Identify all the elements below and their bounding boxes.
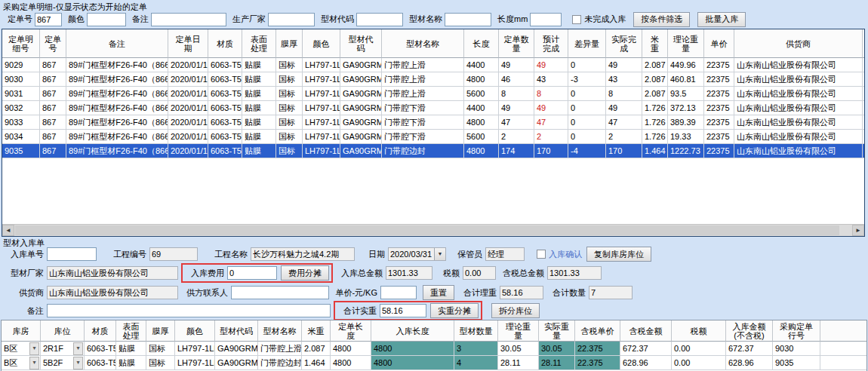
table-row[interactable]: 903086789#门框型材F26-F40（866+867）2020/01/13… — [2, 72, 865, 87]
column-header-9[interactable]: 米重 — [302, 320, 331, 342]
total-qty-input[interactable] — [589, 286, 633, 299]
column-header-10[interactable]: 型材名称 — [382, 29, 464, 58]
column-header-12[interactable]: 定单数量 — [499, 29, 534, 58]
column-header-5[interactable]: 材质 — [208, 29, 242, 58]
column-header-13[interactable]: 预计完成 — [534, 29, 568, 58]
cell[interactable]: B区▾ — [2, 342, 41, 356]
column-header-9[interactable]: 型材代码 — [340, 29, 382, 58]
supplier-input[interactable] — [47, 286, 178, 299]
column-header-13[interactable]: 理论重量 — [498, 320, 539, 342]
column-header-19[interactable]: 供货商 — [734, 29, 863, 58]
filter-remark-input[interactable] — [151, 13, 226, 26]
project-name-input[interactable] — [251, 247, 355, 261]
total-actual-weight-input[interactable] — [380, 304, 426, 317]
column-header-7[interactable]: 型材代码 — [215, 320, 258, 342]
split-location-button[interactable]: 拆分库位 — [491, 303, 540, 318]
column-header-1[interactable]: 定单明细号 — [2, 29, 40, 58]
inbound-fee-input[interactable] — [227, 266, 277, 280]
table-row[interactable]: 903586789#门框型材F26-F40（866+867）2020/01/13… — [2, 144, 865, 158]
filter-manufacturer-input[interactable] — [268, 13, 315, 26]
column-header-5[interactable]: 膜厚 — [146, 320, 175, 342]
calendar-dropdown-icon[interactable]: ▼ — [434, 248, 445, 260]
chevron-down-icon[interactable]: ▾ — [29, 357, 39, 369]
chevron-down-icon[interactable]: ▾ — [29, 342, 39, 355]
tax-input[interactable] — [463, 266, 496, 280]
table-row[interactable]: B区▾2R1F▾6063-T5贴膜国标LH797-1LL0GA90GRM03门带… — [2, 342, 867, 356]
column-header-3[interactable]: 材质 — [85, 320, 116, 342]
supplier-contact-input[interactable] — [231, 286, 329, 299]
reset-button[interactable]: 重置 — [423, 285, 454, 300]
cell[interactable]: B区▾ — [2, 356, 41, 370]
unfinished-inbound-checkbox[interactable] — [572, 15, 581, 24]
column-header-17[interactable]: 理论重量 — [668, 29, 704, 58]
date-picker[interactable]: ▼ — [388, 247, 446, 261]
column-header-16[interactable]: 含税金额 — [620, 320, 672, 342]
column-header-8[interactable]: 型材名称 — [258, 320, 302, 342]
column-header-11[interactable]: 长度 — [464, 29, 499, 58]
filter-color-input[interactable] — [87, 13, 126, 26]
column-header-14[interactable]: 实际重量 — [539, 320, 575, 342]
project-no-input[interactable] — [149, 247, 198, 261]
column-header-12[interactable]: 型材数量 — [454, 320, 498, 342]
table-row[interactable]: 903486789#门框型材F26-F40（866+867）2020/01/13… — [2, 130, 865, 144]
filter-profile-code-input[interactable] — [356, 13, 403, 26]
filter-profile-name-input[interactable] — [445, 13, 491, 26]
column-header-18[interactable]: 入库金额(不含税) — [726, 320, 773, 342]
project-no-label: 工程编号 — [97, 249, 146, 260]
cell: 49 — [606, 101, 642, 115]
copy-location-button[interactable]: 复制库房库位 — [586, 247, 651, 262]
table-row[interactable]: 903186789#门框型材F26-F40（866+867）2020/01/13… — [2, 87, 865, 101]
fee-allocate-button[interactable]: 费用分摊 — [281, 265, 329, 281]
table-row[interactable]: B区▾5B2F▾6063-T5贴膜国标LH797-1LL0GA90GRM05门带… — [2, 356, 867, 370]
total-theory-weight-input[interactable] — [500, 286, 543, 299]
filter-order-no-input[interactable] — [35, 13, 62, 26]
column-header-4[interactable]: 定单日期 — [168, 29, 208, 58]
date-input[interactable] — [389, 248, 434, 260]
column-header-11[interactable]: 入库长度 — [371, 320, 454, 342]
chevron-down-icon[interactable]: ▾ — [73, 357, 83, 369]
actual-weight-allocate-button[interactable]: 实重分摊 — [430, 303, 479, 318]
scroll-left-icon[interactable]: ◄ — [2, 225, 14, 236]
scroll-right-icon[interactable]: ► — [852, 225, 864, 236]
column-header-6[interactable]: 颜色 — [175, 320, 215, 342]
table-row[interactable]: 903386789#门框型材F26-F40（866+867）2020/01/13… — [2, 115, 865, 130]
column-header-4[interactable]: 表面处理 — [116, 320, 146, 342]
column-header-16[interactable]: 米重 — [642, 29, 668, 58]
cell: 867 — [40, 72, 66, 87]
column-header-7[interactable]: 膜厚 — [276, 29, 303, 58]
column-header-6[interactable]: 表面处理 — [242, 29, 276, 58]
keeper-input[interactable] — [485, 247, 525, 261]
table-row[interactable]: 903286789#门框型材F26-F40（866+867）2020/01/13… — [2, 101, 865, 115]
inbound-total-input[interactable] — [386, 266, 432, 280]
column-header-20[interactable] — [863, 29, 865, 58]
scrollbar-thumb[interactable] — [15, 225, 839, 235]
column-header-14[interactable]: 差异量 — [568, 29, 606, 58]
column-header-10[interactable]: 定单长度 — [331, 320, 371, 342]
cell[interactable]: 2R1F▾ — [41, 342, 85, 356]
tax-total-input[interactable] — [547, 266, 602, 280]
profile-factory-input[interactable] — [47, 266, 178, 280]
inbound-no-input[interactable] — [47, 247, 97, 261]
column-header-1[interactable]: 库房 — [2, 320, 41, 342]
column-header-2[interactable]: 定单号 — [40, 29, 66, 58]
column-header-18[interactable]: 单价 — [704, 29, 734, 58]
cell[interactable]: 5B2F▾ — [41, 356, 85, 370]
chevron-down-icon[interactable]: ▾ — [73, 342, 83, 355]
cell: 49 — [606, 58, 642, 72]
horizontal-scrollbar[interactable]: ◄ ► — [2, 224, 864, 236]
column-header-8[interactable]: 颜色 — [303, 29, 340, 58]
table-row[interactable]: 902986789#门框型材F26-F40（866+867）2020/01/13… — [2, 58, 865, 72]
column-header-15[interactable]: 实际完成 — [606, 29, 642, 58]
column-header-2[interactable]: 库位 — [41, 320, 85, 342]
filter-by-condition-button[interactable]: 按条件筛选 — [633, 12, 690, 27]
remark-input[interactable] — [47, 304, 331, 317]
column-header-17[interactable]: 税额 — [672, 320, 726, 342]
filter-length-mm-input[interactable] — [530, 13, 562, 26]
inbound-confirm-checkbox[interactable] — [537, 250, 546, 259]
column-header-20[interactable] — [820, 320, 867, 342]
column-header-15[interactable]: 含税单价 — [575, 320, 620, 342]
column-header-3[interactable]: 备注 — [66, 29, 168, 58]
unit-price-input[interactable] — [380, 286, 417, 299]
batch-inbound-button[interactable]: 批量入库 — [697, 12, 746, 27]
column-header-19[interactable]: 采购定单行号 — [773, 320, 820, 342]
